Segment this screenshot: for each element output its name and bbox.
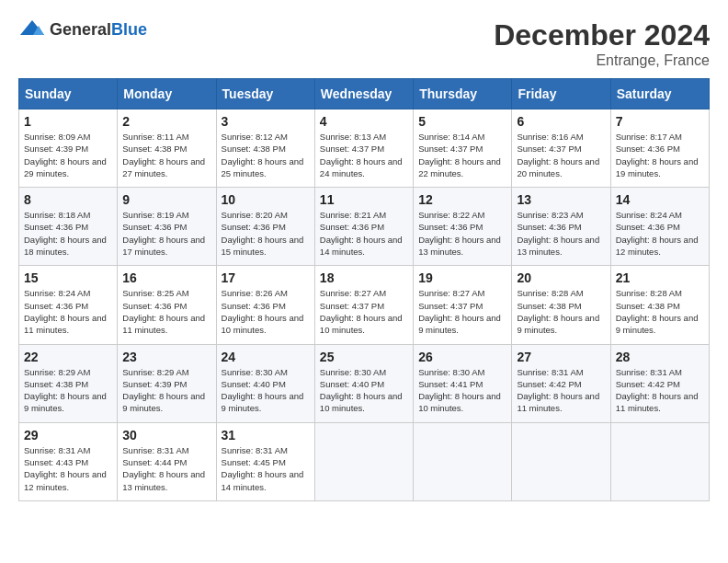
calendar-cell: 28Sunrise: 8:31 AMSunset: 4:42 PMDayligh…: [610, 344, 709, 422]
day-info: Sunrise: 8:17 AMSunset: 4:36 PMDaylight:…: [616, 131, 704, 179]
calendar-cell: 29Sunrise: 8:31 AMSunset: 4:43 PMDayligh…: [19, 422, 118, 500]
day-number: 25: [320, 350, 408, 364]
day-info: Sunrise: 8:27 AMSunset: 4:37 PMDaylight:…: [320, 287, 408, 336]
day-number: 28: [616, 350, 704, 364]
day-info: Sunrise: 8:26 AMSunset: 4:36 PMDaylight:…: [222, 287, 310, 336]
day-number: 19: [418, 270, 506, 285]
weekday-header-friday: Friday: [512, 79, 610, 109]
weekday-header-thursday: Thursday: [414, 79, 512, 109]
day-number: 24: [222, 350, 310, 364]
day-number: 9: [122, 192, 210, 207]
title-area: December 2024 Entrange, France: [494, 18, 710, 69]
calendar-cell: 20Sunrise: 8:28 AMSunset: 4:38 PMDayligh…: [512, 266, 610, 344]
day-info: Sunrise: 8:31 AMSunset: 4:42 PMDaylight:…: [517, 366, 605, 415]
calendar-cell: [610, 422, 709, 500]
day-info: Sunrise: 8:22 AMSunset: 4:36 PMDaylight:…: [418, 209, 506, 258]
calendar-cell: 27Sunrise: 8:31 AMSunset: 4:42 PMDayligh…: [512, 344, 610, 422]
day-number: 31: [222, 428, 310, 442]
logo-general: General: [50, 20, 111, 39]
day-number: 5: [418, 114, 506, 129]
calendar-cell: 17Sunrise: 8:26 AMSunset: 4:36 PMDayligh…: [216, 266, 314, 344]
day-number: 22: [24, 350, 112, 364]
day-info: Sunrise: 8:29 AMSunset: 4:38 PMDaylight:…: [24, 366, 112, 415]
calendar-cell: 6Sunrise: 8:16 AMSunset: 4:37 PMDaylight…: [512, 109, 610, 188]
calendar-cell: 9Sunrise: 8:19 AMSunset: 4:36 PMDaylight…: [118, 188, 216, 266]
location-title: Entrange, France: [494, 52, 710, 69]
logo-icon: [18, 18, 46, 40]
day-number: 26: [418, 350, 506, 364]
day-number: 18: [320, 270, 408, 285]
day-info: Sunrise: 8:24 AMSunset: 4:36 PMDaylight:…: [24, 287, 112, 336]
day-info: Sunrise: 8:19 AMSunset: 4:36 PMDaylight:…: [122, 209, 210, 258]
weekday-header-row: SundayMondayTuesdayWednesdayThursdayFrid…: [19, 79, 710, 109]
weekday-header-saturday: Saturday: [610, 79, 709, 109]
day-number: 6: [517, 114, 605, 129]
day-info: Sunrise: 8:30 AMSunset: 4:41 PMDaylight:…: [418, 366, 506, 415]
day-number: 3: [222, 114, 310, 129]
calendar-cell: 21Sunrise: 8:28 AMSunset: 4:38 PMDayligh…: [610, 266, 709, 344]
calendar-cell: 23Sunrise: 8:29 AMSunset: 4:39 PMDayligh…: [118, 344, 216, 422]
week-row-3: 15Sunrise: 8:24 AMSunset: 4:36 PMDayligh…: [19, 266, 710, 344]
calendar-cell: 4Sunrise: 8:13 AMSunset: 4:37 PMDaylight…: [314, 109, 413, 188]
calendar-cell: 19Sunrise: 8:27 AMSunset: 4:37 PMDayligh…: [414, 266, 512, 344]
weekday-header-tuesday: Tuesday: [216, 79, 314, 109]
day-info: Sunrise: 8:31 AMSunset: 4:44 PMDaylight:…: [122, 444, 210, 493]
day-number: 27: [517, 350, 605, 364]
week-row-2: 8Sunrise: 8:18 AMSunset: 4:36 PMDaylight…: [19, 188, 710, 266]
day-number: 17: [222, 270, 310, 285]
day-info: Sunrise: 8:28 AMSunset: 4:38 PMDaylight:…: [616, 287, 704, 336]
day-number: 4: [320, 114, 408, 129]
day-number: 29: [24, 428, 112, 442]
day-number: 12: [418, 192, 506, 207]
calendar-cell: 7Sunrise: 8:17 AMSunset: 4:36 PMDaylight…: [610, 109, 709, 188]
day-number: 11: [320, 192, 408, 207]
month-title: December 2024: [494, 18, 710, 52]
day-info: Sunrise: 8:23 AMSunset: 4:36 PMDaylight:…: [517, 209, 605, 258]
day-number: 16: [122, 270, 210, 285]
weekday-header-monday: Monday: [118, 79, 216, 109]
calendar-cell: 15Sunrise: 8:24 AMSunset: 4:36 PMDayligh…: [19, 266, 118, 344]
week-row-1: 1Sunrise: 8:09 AMSunset: 4:39 PMDaylight…: [19, 109, 710, 188]
calendar-cell: 5Sunrise: 8:14 AMSunset: 4:37 PMDaylight…: [414, 109, 512, 188]
calendar-cell: [314, 422, 413, 500]
day-info: Sunrise: 8:21 AMSunset: 4:36 PMDaylight:…: [320, 209, 408, 258]
calendar-cell: 12Sunrise: 8:22 AMSunset: 4:36 PMDayligh…: [414, 188, 512, 266]
day-info: Sunrise: 8:11 AMSunset: 4:38 PMDaylight:…: [122, 131, 210, 179]
day-info: Sunrise: 8:14 AMSunset: 4:37 PMDaylight:…: [418, 131, 506, 179]
page-header: GeneralBlue December 2024 Entrange, Fran…: [18, 18, 710, 69]
calendar-cell: 2Sunrise: 8:11 AMSunset: 4:38 PMDaylight…: [118, 109, 216, 188]
day-number: 1: [24, 114, 112, 129]
day-number: 8: [24, 192, 112, 207]
calendar-cell: 31Sunrise: 8:31 AMSunset: 4:45 PMDayligh…: [216, 422, 314, 500]
logo-text: GeneralBlue: [50, 20, 147, 40]
calendar-cell: 11Sunrise: 8:21 AMSunset: 4:36 PMDayligh…: [314, 188, 413, 266]
day-info: Sunrise: 8:31 AMSunset: 4:45 PMDaylight:…: [222, 444, 310, 493]
day-number: 2: [122, 114, 210, 129]
day-info: Sunrise: 8:24 AMSunset: 4:36 PMDaylight:…: [616, 209, 704, 258]
day-info: Sunrise: 8:13 AMSunset: 4:37 PMDaylight:…: [320, 131, 408, 179]
day-number: 7: [616, 114, 704, 129]
calendar-cell: 30Sunrise: 8:31 AMSunset: 4:44 PMDayligh…: [118, 422, 216, 500]
calendar-cell: 25Sunrise: 8:30 AMSunset: 4:40 PMDayligh…: [314, 344, 413, 422]
logo-blue: Blue: [111, 20, 147, 39]
logo: GeneralBlue: [18, 18, 147, 40]
calendar-cell: 10Sunrise: 8:20 AMSunset: 4:36 PMDayligh…: [216, 188, 314, 266]
day-info: Sunrise: 8:28 AMSunset: 4:38 PMDaylight:…: [517, 287, 605, 336]
calendar-cell: [414, 422, 512, 500]
day-info: Sunrise: 8:09 AMSunset: 4:39 PMDaylight:…: [24, 131, 112, 179]
weekday-header-wednesday: Wednesday: [314, 79, 413, 109]
day-info: Sunrise: 8:27 AMSunset: 4:37 PMDaylight:…: [418, 287, 506, 336]
calendar-cell: 18Sunrise: 8:27 AMSunset: 4:37 PMDayligh…: [314, 266, 413, 344]
day-info: Sunrise: 8:31 AMSunset: 4:43 PMDaylight:…: [24, 444, 112, 493]
day-number: 23: [122, 350, 210, 364]
calendar-cell: 26Sunrise: 8:30 AMSunset: 4:41 PMDayligh…: [414, 344, 512, 422]
calendar-cell: 24Sunrise: 8:30 AMSunset: 4:40 PMDayligh…: [216, 344, 314, 422]
day-number: 13: [517, 192, 605, 207]
day-number: 14: [616, 192, 704, 207]
calendar-cell: 16Sunrise: 8:25 AMSunset: 4:36 PMDayligh…: [118, 266, 216, 344]
calendar-cell: [512, 422, 610, 500]
day-info: Sunrise: 8:31 AMSunset: 4:42 PMDaylight:…: [616, 366, 704, 415]
day-number: 10: [222, 192, 310, 207]
day-info: Sunrise: 8:12 AMSunset: 4:38 PMDaylight:…: [222, 131, 310, 179]
week-row-5: 29Sunrise: 8:31 AMSunset: 4:43 PMDayligh…: [19, 422, 710, 500]
